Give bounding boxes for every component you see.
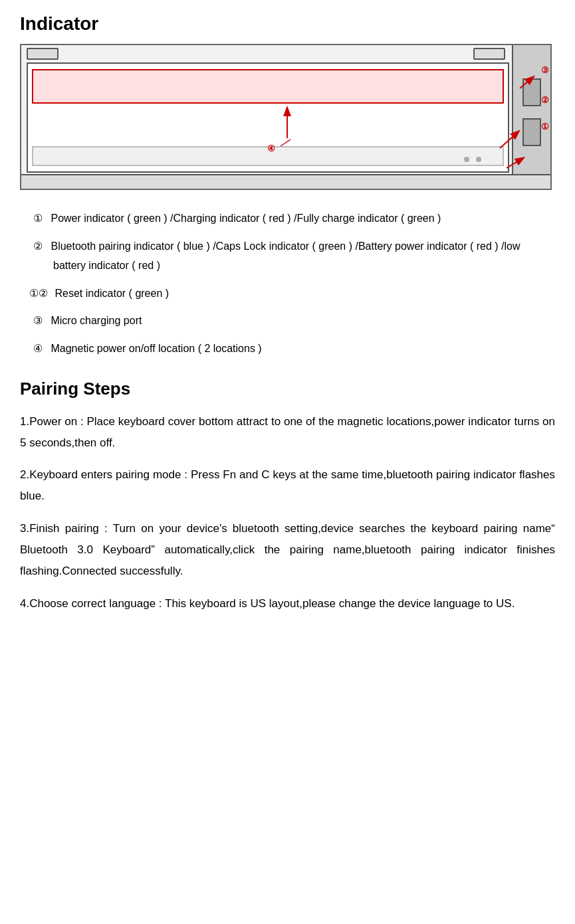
indicator-text-1: Power indicator ( green ) /Charging indi… bbox=[51, 213, 441, 224]
step-4-num: 4. bbox=[20, 597, 29, 610]
step-4-text: Choose correct language : This keyboard … bbox=[29, 597, 515, 610]
label-circle-1: ① bbox=[541, 122, 549, 132]
indicator-num-4: ④ bbox=[33, 343, 43, 354]
step-3: 3.Finish pairing : Turn on your device's… bbox=[20, 518, 555, 583]
step-2: 2.Keyboard enters pairing mode : Press F… bbox=[20, 464, 555, 508]
svg-line-0 bbox=[507, 158, 523, 168]
indicator-list: ① Power indicator ( green ) /Charging in… bbox=[20, 209, 555, 359]
label-circle-3: ③ bbox=[541, 65, 549, 75]
pairing-steps-title: Pairing Steps bbox=[20, 379, 555, 399]
step-3-num: 3. bbox=[20, 522, 29, 535]
indicator-item-12: ①② Reset indicator ( green ) bbox=[27, 284, 555, 304]
keyboard-diagram: ③ ② ① ④ bbox=[20, 44, 552, 190]
step-4: 4.Choose correct language : This keyboar… bbox=[20, 593, 555, 614]
indicator-text-2: Bluetooth pairing indicator ( blue ) /Ca… bbox=[51, 240, 520, 272]
step-2-text: Keyboard enters pairing mode : Press Fn … bbox=[20, 468, 555, 502]
indicator-num-3: ③ bbox=[33, 315, 43, 326]
indicator-num-12: ①② bbox=[29, 288, 48, 299]
svg-line-4 bbox=[281, 139, 290, 146]
indicator-text-4: Magnetic power on/off location ( 2 locat… bbox=[51, 343, 261, 354]
pairing-steps-section: Pairing Steps 1.Power on : Place keyboar… bbox=[20, 379, 555, 614]
indicator-num-1: ① bbox=[33, 213, 43, 224]
step-1-text: Power on : Place keyboard cover bottom a… bbox=[20, 415, 555, 449]
step-3-text: Finish pairing : Turn on your device's b… bbox=[20, 522, 555, 578]
indicator-num-2: ② bbox=[33, 240, 43, 252]
step-2-num: 2. bbox=[20, 468, 29, 481]
indicator-item-1: ① Power indicator ( green ) /Charging in… bbox=[27, 209, 555, 229]
page-title: Indicator bbox=[20, 13, 555, 35]
label-circle-4: ④ bbox=[267, 143, 275, 153]
svg-line-1 bbox=[500, 132, 518, 148]
indicator-item-4: ④ Magnetic power on/off location ( 2 loc… bbox=[27, 339, 555, 359]
svg-line-2 bbox=[520, 77, 533, 88]
step-1-num: 1. bbox=[20, 415, 29, 428]
indicator-text-12: Reset indicator ( green ) bbox=[55, 288, 169, 299]
indicator-text-3: Micro charging port bbox=[51, 315, 142, 326]
indicator-item-3: ③ Micro charging port bbox=[27, 311, 555, 331]
label-circle-2: ② bbox=[541, 95, 549, 105]
diagram-arrows bbox=[21, 45, 550, 189]
step-1: 1.Power on : Place keyboard cover bottom… bbox=[20, 411, 555, 454]
indicator-item-2: ② Bluetooth pairing indicator ( blue ) /… bbox=[27, 236, 555, 276]
